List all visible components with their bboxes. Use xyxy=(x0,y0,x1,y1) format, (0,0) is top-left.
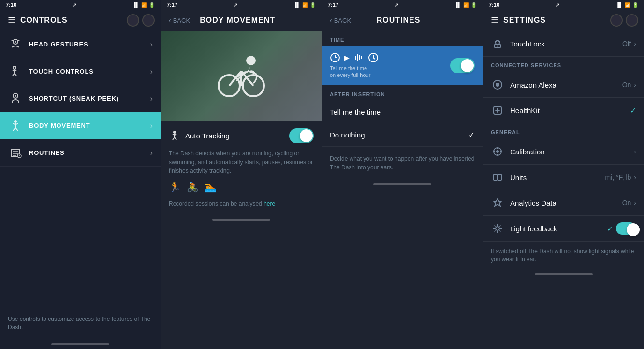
back-btn-routines[interactable]: ‹ BACK xyxy=(330,16,351,24)
back-btn-body[interactable]: ‹ BACK xyxy=(169,16,190,24)
earbuds-settings xyxy=(610,14,638,27)
units-chevron: › xyxy=(634,173,636,181)
time-card[interactable]: ▶ Tell me the time on every full hour xyxy=(322,46,483,85)
menu-item-body-movement[interactable]: BODY MOVEMENT › xyxy=(0,112,161,139)
svg-point-49 xyxy=(497,46,498,47)
controls-title: CONTROLS xyxy=(20,16,68,25)
body-content: Auto Tracking The Dash detects when you … xyxy=(161,121,322,215)
routine-desc: Decide what you want to happen after you… xyxy=(322,147,483,180)
analytics-value: On xyxy=(622,199,631,207)
healthkit-icon xyxy=(491,104,504,117)
section-connected: CONNECTED SERVICES xyxy=(483,57,644,72)
status-icons-3: ▐▌ 📶 🔋 xyxy=(454,2,477,8)
section-time: TIME xyxy=(322,31,483,46)
nav-bar-settings: ☰ SETTINGS xyxy=(483,10,644,31)
option-do-nothing[interactable]: Do nothing ✓ xyxy=(322,123,483,147)
menu-item-touch-controls[interactable]: TOUCH CONTROLS › xyxy=(0,58,161,85)
earbud-left-settings xyxy=(610,14,623,27)
option-tell-time[interactable]: Tell me the time xyxy=(322,101,483,123)
svg-line-72 xyxy=(495,230,496,231)
svg-point-31 xyxy=(173,131,176,134)
calibration-label: Calibration xyxy=(510,148,634,156)
status-bar-2: 7:17 ↗ ▐▌ 📶 🔋 xyxy=(161,0,322,10)
time-2: 7:17 xyxy=(167,2,177,8)
touchlock-label: TouchLock xyxy=(510,40,622,48)
units-row[interactable]: Units mi, °F, lb › xyxy=(483,165,644,190)
menu-icon[interactable]: ☰ xyxy=(8,15,15,26)
touch-controls-chevron: › xyxy=(150,67,153,76)
battery-icon-4: 🔋 xyxy=(632,2,638,8)
menu-item-head-gestures[interactable]: HEAD GESTURES › xyxy=(0,31,161,58)
recorded-text: Recorded sessions can be analysed here xyxy=(169,200,314,207)
waveform-icon xyxy=(353,52,364,63)
calibration-row[interactable]: Calibration › xyxy=(483,139,644,165)
auto-tracking-icon xyxy=(169,130,180,142)
touch-controls-label: TOUCH CONTROLS xyxy=(29,68,150,75)
panel-controls: 7:16 ↗ ▐▌ 📶 🔋 ☰ CONTROLS xyxy=(0,0,161,349)
head-gestures-chevron: › xyxy=(150,40,153,49)
svg-point-2 xyxy=(13,66,16,69)
routines-icon xyxy=(8,145,23,161)
panel-settings: 7:16 ↗ ▐▌ 📶 🔋 ☰ SETTINGS TouchLock Off › xyxy=(483,0,644,349)
wifi-icon-3: 📶 xyxy=(463,2,469,8)
cyclist-svg xyxy=(212,47,270,105)
routines-title: ROUTINES xyxy=(377,16,421,25)
battery-icon-3: 🔋 xyxy=(471,2,477,8)
head-gestures-label: HEAD GESTURES xyxy=(29,41,150,48)
menu-list-controls: HEAD GESTURES › TOUCH CONTROLS › xyxy=(0,31,161,307)
touchlock-row[interactable]: TouchLock Off › xyxy=(483,31,644,57)
menu-item-routines[interactable]: ROUTINES › xyxy=(0,139,161,167)
alexa-row[interactable]: Amazon Alexa On › xyxy=(483,72,644,98)
analytics-row[interactable]: Analytics Data On › xyxy=(483,190,644,216)
activity-icons: 🏃 🚴 🏊 xyxy=(169,181,314,193)
back-label-body: BACK xyxy=(173,17,190,24)
auto-tracking-toggle[interactable] xyxy=(289,128,314,143)
status-arrow-3: ↗ xyxy=(395,2,398,8)
healthkit-row[interactable]: HealthKit ✓ xyxy=(483,98,644,123)
settings-menu-icon[interactable]: ☰ xyxy=(491,15,498,26)
signal-icon-4: ▐▌ xyxy=(616,2,623,8)
svg-line-70 xyxy=(499,230,500,231)
shortcut-chevron: › xyxy=(150,94,153,103)
light-feedback-footer: If switched off The Dash will not show l… xyxy=(483,242,644,270)
home-bar-2 xyxy=(212,219,270,221)
option-do-nothing-label: Do nothing xyxy=(330,131,365,139)
option-tell-time-label: Tell me the time xyxy=(330,108,381,116)
healthkit-label: HealthKit xyxy=(510,106,630,115)
status-bar-1: 7:16 ↗ ▐▌ 📶 🔋 xyxy=(0,0,161,10)
menu-item-shortcut[interactable]: SHORTCUT (SNEAK PEEK) › xyxy=(0,85,161,112)
units-icon xyxy=(491,170,504,184)
time-4: 7:16 xyxy=(489,2,499,8)
light-feedback-icon xyxy=(491,222,504,235)
status-arrow-1: ↗ xyxy=(73,2,76,8)
earbuds-controls xyxy=(127,14,155,27)
svg-rect-43 xyxy=(361,56,362,59)
svg-point-54 xyxy=(496,150,499,153)
time-toggle[interactable] xyxy=(450,58,475,73)
signal-icon: ▐▌ xyxy=(132,2,139,8)
running-icon: 🏃 xyxy=(169,181,181,193)
body-movement-chevron: › xyxy=(150,121,153,130)
home-indicator-1 xyxy=(0,339,161,349)
light-feedback-row[interactable]: Light feedback ✓ xyxy=(483,216,644,242)
svg-point-30 xyxy=(246,56,256,65)
touchlock-value: Off xyxy=(622,40,631,47)
routines-chevron: › xyxy=(150,149,153,157)
nav-bar-controls: ☰ CONTROLS xyxy=(0,10,161,31)
svg-rect-41 xyxy=(357,54,358,61)
recorded-link[interactable]: here xyxy=(263,200,275,207)
option-do-nothing-check: ✓ xyxy=(468,130,475,139)
alexa-chevron: › xyxy=(634,81,636,89)
home-indicator-4 xyxy=(483,270,644,279)
svg-point-64 xyxy=(496,227,499,230)
battery-icon-2: 🔋 xyxy=(310,2,316,8)
status-bar-4: 7:16 ↗ ▐▌ 📶 🔋 xyxy=(483,0,644,10)
light-feedback-toggle[interactable] xyxy=(616,222,636,235)
wifi-icon-4: 📶 xyxy=(625,2,630,8)
routines-label: ROUTINES xyxy=(29,149,150,156)
home-indicator-2 xyxy=(161,215,322,225)
earbud-right-settings xyxy=(626,14,638,27)
body-movement-title: BODY MOVEMENT xyxy=(200,16,275,25)
touch-controls-icon xyxy=(8,64,23,79)
earbud-right xyxy=(142,14,155,27)
